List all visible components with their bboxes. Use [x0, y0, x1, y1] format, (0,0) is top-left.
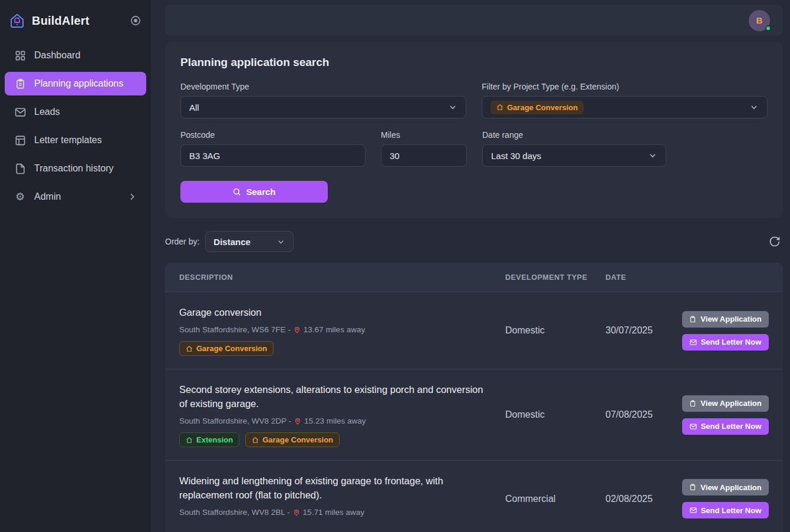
sidebar-item-letter-templates[interactable]: Letter templates: [5, 128, 146, 152]
application-location: South Staffordshire, WV8 2BL - 15.71 mil…: [179, 508, 488, 517]
chevron-right-icon: [127, 192, 137, 201]
sidebar-nav: Dashboard Planning applications Leads: [0, 40, 151, 212]
date-cell: 07/08/2025: [605, 409, 679, 420]
sidebar-item-label: Planning applications: [34, 78, 123, 89]
map-pin-icon: [294, 326, 301, 333]
badge-label: Garage Conversion: [262, 435, 333, 444]
results-table: DESCRIPTION DEVELOPMENT TYPE DATE Garage…: [165, 263, 783, 532]
development-type-value: All: [189, 103, 199, 113]
send-letter-button[interactable]: Send Letter Now: [682, 502, 769, 518]
order-by-select[interactable]: Distance: [205, 231, 294, 252]
sidebar-item-label: Letter templates: [34, 135, 102, 146]
search-button[interactable]: Search: [180, 181, 328, 203]
distance-text: 15.23 miles away: [304, 417, 366, 425]
order-by-value: Distance: [213, 237, 251, 247]
view-application-button[interactable]: View Application: [682, 311, 769, 328]
chevron-down-icon: [749, 103, 759, 112]
date-range-field: Date range Last 30 days: [482, 130, 666, 167]
project-type-badge: Garage Conversion: [179, 341, 274, 356]
project-type-field: Filter by Project Type (e.g. Extension) …: [482, 82, 768, 118]
sidebar-item-leads[interactable]: Leads: [5, 100, 146, 124]
view-application-button[interactable]: View Application: [682, 395, 769, 412]
table-row: Widening and lengthening of existing gar…: [165, 460, 783, 532]
sidebar-item-dashboard[interactable]: Dashboard: [5, 44, 146, 67]
sidebar-item-label: Dashboard: [34, 50, 80, 61]
table-row: Second storey extensions, alterations to…: [165, 369, 783, 460]
gear-icon: ⚙: [14, 191, 26, 203]
house-icon: [186, 345, 193, 352]
map-pin-icon: [294, 418, 301, 425]
order-by-row: Order by: Distance: [165, 231, 783, 252]
miles-input[interactable]: [381, 144, 467, 167]
postcode-field: Postcode: [180, 130, 366, 167]
file-icon: [14, 163, 26, 174]
send-letter-label: Send Letter Now: [701, 422, 762, 431]
project-type-badge: Extension: [179, 432, 239, 447]
project-type-multiselect[interactable]: Garage Conversion: [482, 96, 768, 118]
house-bell-logo-icon: [8, 12, 26, 29]
application-location: South Staffordshire, WS6 7FE - 13.67 mil…: [179, 325, 488, 334]
development-type-cell: Domestic: [505, 325, 605, 336]
date-range-value: Last 30 days: [491, 151, 541, 161]
avatar[interactable]: B: [749, 10, 770, 31]
brand-name: BuildAlert: [32, 14, 124, 28]
sidebar-item-label: Leads: [34, 107, 60, 117]
location-text: South Staffordshire, WV8 2BL -: [179, 508, 290, 517]
table-row: Garage conversion South Staffordshire, W…: [165, 292, 783, 369]
grid-icon: [14, 49, 26, 61]
date-range-label: Date range: [482, 130, 666, 140]
mail-icon: [690, 423, 697, 430]
project-type-chip-label: Garage Conversion: [507, 103, 578, 112]
search-button-label: Search: [246, 187, 275, 197]
chevron-down-icon: [648, 151, 657, 160]
date-cell: 02/08/2025: [605, 494, 679, 504]
online-status-dot: [765, 25, 771, 31]
clipboard-icon: [689, 484, 696, 491]
view-application-label: View Application: [700, 315, 761, 323]
chevron-down-icon: [448, 103, 457, 112]
project-type-chip[interactable]: Garage Conversion: [491, 101, 584, 114]
sidebar-item-admin[interactable]: ⚙ Admin: [5, 185, 146, 209]
application-location: South Staffordshire, WV8 2DP - 15.23 mil…: [179, 417, 488, 425]
sidebar-item-planning-applications[interactable]: Planning applications: [5, 72, 146, 95]
sidebar-item-transaction-history[interactable]: Transaction history: [5, 157, 146, 180]
application-title: Widening and lengthening of existing gar…: [179, 474, 488, 502]
miles-field: Miles: [381, 130, 467, 167]
house-icon: [252, 437, 259, 444]
send-letter-label: Send Letter Now: [701, 338, 762, 346]
date-cell: 30/07/2025: [605, 325, 679, 336]
send-letter-button[interactable]: Send Letter Now: [682, 334, 769, 351]
postcode-input[interactable]: [180, 144, 366, 167]
topbar: B: [165, 5, 783, 36]
badge-label: Extension: [196, 435, 233, 444]
project-type-label: Filter by Project Type (e.g. Extension): [482, 82, 768, 91]
send-letter-label: Send Letter Now: [701, 506, 762, 515]
mail-icon: [690, 507, 697, 514]
refresh-button[interactable]: [766, 233, 783, 250]
view-application-label: View Application: [700, 483, 761, 492]
sidebar-collapse-button[interactable]: [130, 15, 141, 27]
date-range-select[interactable]: Last 30 days: [482, 144, 666, 167]
clipboard-icon: [689, 316, 696, 323]
sidebar-item-label: Transaction history: [34, 163, 114, 174]
house-icon: [186, 437, 193, 444]
main-content: B Planning application search Developmen…: [151, 0, 790, 532]
mail-icon: [690, 339, 697, 346]
search-card-title: Planning application search: [180, 56, 768, 69]
order-by-label: Order by:: [165, 237, 199, 246]
postcode-label: Postcode: [180, 130, 366, 140]
table-header-row: DESCRIPTION DEVELOPMENT TYPE DATE: [165, 263, 783, 292]
development-type-field: Development Type All: [180, 82, 466, 118]
column-header-date: DATE: [605, 273, 679, 282]
search-card: Planning application search Development …: [165, 42, 783, 218]
send-letter-button[interactable]: Send Letter Now: [682, 418, 769, 435]
sidebar: BuildAlert Dashboard Pla: [0, 0, 151, 532]
sidebar-item-label: Admin: [34, 191, 61, 202]
development-type-cell: Domestic: [505, 409, 605, 420]
development-type-select[interactable]: All: [180, 96, 466, 118]
template-icon: [14, 134, 26, 146]
location-text: South Staffordshire, WS6 7FE -: [179, 325, 291, 334]
view-application-button[interactable]: View Application: [682, 479, 769, 495]
chevron-down-icon: [276, 237, 285, 246]
application-title: Garage conversion: [179, 305, 488, 319]
